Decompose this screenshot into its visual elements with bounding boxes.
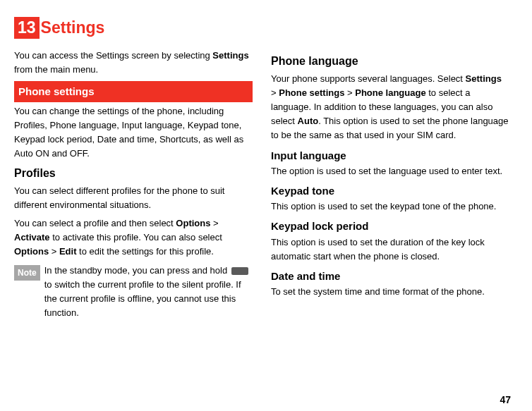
profiles-p2: You can select a profile and then select… (14, 216, 253, 259)
pl-phone-language: Phone language (355, 87, 425, 98)
note-text-a: In the standby mode, you can press and h… (44, 265, 230, 276)
pl-gt1: > (271, 87, 279, 98)
p2-edit: Edit (59, 246, 77, 257)
hash-key-icon (231, 267, 248, 275)
phone-language-heading: Phone language (271, 53, 509, 70)
input-language-heading: Input language (271, 147, 509, 164)
column-right: Phone language Your phone supports sever… (271, 49, 509, 320)
keypad-lock-body: This option is used to set the duration … (271, 235, 509, 264)
page-number: 47 (500, 394, 511, 405)
phone-settings-intro: You can change the settings of the phone… (14, 104, 253, 161)
column-left: You can access the Settings screen by se… (14, 49, 253, 320)
keypad-lock-heading: Keypad lock period (271, 218, 509, 234)
date-time-heading: Date and time (271, 268, 509, 284)
chapter-title: Settings (41, 18, 105, 37)
pl-settings: Settings (466, 73, 502, 84)
profiles-heading: Profiles (14, 165, 253, 183)
intro-settings-bold: Settings (212, 50, 248, 61)
p2-c: to edit the settings for this profile. (77, 246, 214, 257)
pl-auto: Auto (298, 116, 319, 126)
p2-activate: Activate (14, 232, 50, 243)
pl-a: Your phone supports several languages. S… (271, 73, 466, 84)
p2-options2: Options (14, 246, 49, 257)
phone-language-body: Your phone supports several languages. S… (271, 72, 509, 143)
keypad-tone-heading: Keypad tone (271, 183, 509, 199)
input-language-body: The option is used to set the language u… (271, 164, 509, 178)
phone-settings-bar: Phone settings (14, 81, 253, 102)
note-block: Note In the standby mode, you can press … (14, 264, 253, 321)
intro-text-a: You can access the Settings screen by se… (14, 50, 212, 61)
note-text-b: to switch the current profile to the sil… (44, 279, 241, 318)
date-time-body: To set the system time and time format o… (271, 285, 509, 299)
pl-phone-settings: Phone settings (279, 87, 344, 98)
intro-text-c: from the main menu. (14, 64, 98, 75)
intro-paragraph: You can access the Settings screen by se… (14, 49, 253, 77)
p2-options: Options (176, 218, 210, 228)
profiles-p1: You can select different profiles for th… (14, 184, 253, 212)
chapter-heading: 13 Settings (14, 17, 511, 39)
p2-gt2: > (49, 246, 59, 257)
pl-gt2: > (344, 87, 355, 98)
p2-b: to activate this profile. You can also s… (50, 232, 222, 243)
p2-gt1: > (210, 218, 218, 228)
chapter-number-box: 13 (14, 17, 40, 39)
note-body: In the standby mode, you can press and h… (44, 264, 253, 321)
note-label: Note (14, 265, 40, 281)
keypad-tone-body: This option is used to set the keypad to… (271, 200, 509, 214)
p2-a: You can select a profile and then select (14, 218, 176, 228)
